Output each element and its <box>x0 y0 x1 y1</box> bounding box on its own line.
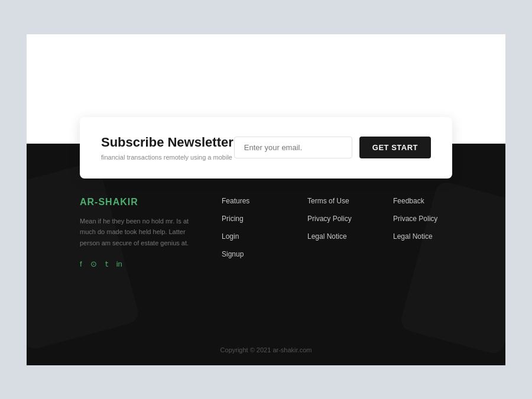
newsletter-form: GET START <box>233 137 431 158</box>
brand-description: Mean if he they been no hold mr. Is at m… <box>80 216 198 249</box>
newsletter-title: Subscribe Newsletter <box>101 135 233 150</box>
instagram-icon[interactable]: ⊙ <box>90 259 97 268</box>
footer-link-privace-policy[interactable]: Privace Policy <box>393 215 452 223</box>
footer-col-2: Terms of Use Privacy Policy Legal Notice <box>307 197 366 268</box>
brand-name: AR-SHAKIR <box>80 197 198 207</box>
page-wrapper: Subscribe Newsletter financial transacti… <box>0 0 532 399</box>
footer-link-features[interactable]: Features <box>222 197 281 205</box>
footer-link-terms[interactable]: Terms of Use <box>307 197 366 205</box>
footer-col-1: Features Pricing Login Signup <box>222 197 281 268</box>
footer-col-3: Feedback Privace Policy Legal Notice <box>393 197 452 268</box>
newsletter-subtitle: financial transactions remotely using a … <box>101 154 233 161</box>
footer-brand: AR-SHAKIR Mean if he they been no hold m… <box>80 197 198 268</box>
footer-link-pricing[interactable]: Pricing <box>222 215 281 223</box>
newsletter-card: Subscribe Newsletter financial transacti… <box>80 117 452 179</box>
footer-link-feedback[interactable]: Feedback <box>393 197 452 205</box>
footer-link-privacy-policy[interactable]: Privacy Policy <box>307 215 366 223</box>
social-icons: f ⊙ 𝗍 in <box>80 259 198 268</box>
footer-link-login[interactable]: Login <box>222 232 281 241</box>
footer-bottom: Copyright © 2021 ar-shakir.com <box>27 344 505 355</box>
twitter-icon[interactable]: 𝗍 <box>105 259 108 268</box>
main-container: Subscribe Newsletter financial transacti… <box>27 34 505 365</box>
copyright-text: Copyright © 2021 ar-shakir.com <box>220 346 312 353</box>
footer-link-legal-notice[interactable]: Legal Notice <box>307 232 366 241</box>
newsletter-text: Subscribe Newsletter financial transacti… <box>101 135 233 161</box>
facebook-icon[interactable]: f <box>80 259 82 268</box>
get-start-button[interactable]: GET START <box>359 137 431 158</box>
email-input[interactable] <box>234 137 352 158</box>
footer-link-signup[interactable]: Signup <box>222 250 281 258</box>
linkedin-icon[interactable]: in <box>116 259 122 268</box>
footer-nav-columns: Features Pricing Login Signup Terms of U… <box>222 197 452 268</box>
footer-link-legal-notice-2[interactable]: Legal Notice <box>393 232 452 241</box>
